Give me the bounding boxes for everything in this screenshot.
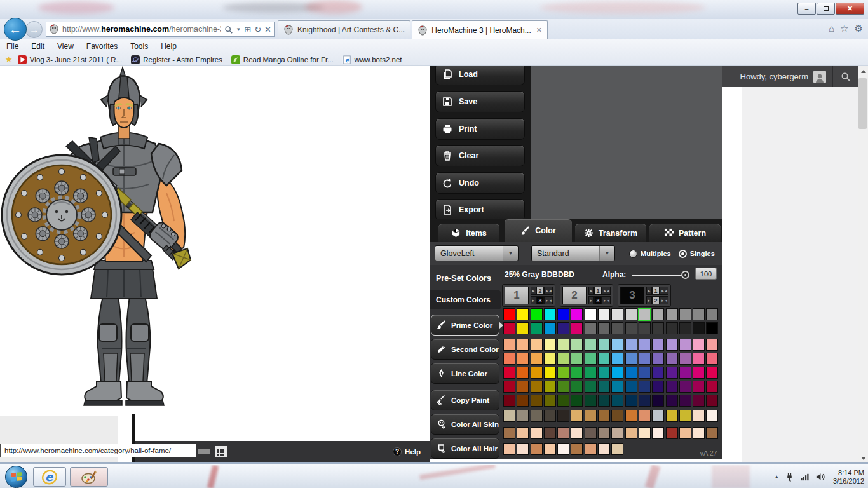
second-color-button[interactable]: Second Color: [431, 339, 499, 360]
alpha-value[interactable]: 100: [695, 268, 717, 280]
color-swatch[interactable]: [611, 410, 623, 422]
slot-target-1[interactable]: 1: [652, 287, 660, 295]
color-swatch[interactable]: [557, 322, 569, 334]
color-swatch[interactable]: [652, 367, 664, 379]
color-swatch[interactable]: [652, 410, 664, 422]
color-swatch[interactable]: [611, 427, 623, 439]
color-swatch[interactable]: [531, 381, 543, 393]
color-swatch[interactable]: [679, 322, 691, 334]
color-swatch[interactable]: [706, 410, 718, 422]
color-swatch[interactable]: [531, 308, 543, 320]
color-swatch[interactable]: [503, 353, 515, 365]
color-swatch[interactable]: [666, 322, 678, 334]
favorite-item-3[interactable]: Read Manga Online for Fr...: [231, 55, 334, 64]
color-swatch[interactable]: [693, 427, 705, 439]
color-swatch[interactable]: [557, 339, 569, 351]
home-icon[interactable]: ⌂: [829, 23, 834, 34]
favorite-item-4[interactable]: ewww.bots2.net: [342, 55, 402, 64]
color-swatch[interactable]: [571, 410, 583, 422]
color-swatch[interactable]: [517, 308, 529, 320]
browser-tab-1[interactable]: Knighthood | Art Contests & C...: [278, 20, 410, 38]
color-swatch[interactable]: [679, 367, 691, 379]
color-swatch[interactable]: [598, 308, 610, 320]
color-swatch[interactable]: [517, 381, 529, 393]
color-swatch[interactable]: [571, 443, 583, 455]
color-swatch[interactable]: [571, 353, 583, 365]
tab-transform[interactable]: Transform: [575, 224, 646, 242]
color-swatch[interactable]: [571, 427, 583, 439]
search-icon[interactable]: [224, 25, 233, 34]
color-swatch[interactable]: [544, 427, 556, 439]
color-swatch[interactable]: [503, 339, 515, 351]
color-swatch[interactable]: [625, 308, 637, 320]
copy-both-button[interactable]: ►◄: [660, 287, 668, 295]
color-swatch[interactable]: [557, 395, 569, 407]
color-swatch[interactable]: [706, 395, 718, 407]
help-button[interactable]: ? Help: [393, 447, 421, 456]
color-swatch[interactable]: [639, 367, 651, 379]
copy-arrow-button[interactable]: ►: [646, 287, 652, 295]
color-swatch[interactable]: [598, 367, 610, 379]
menu-tools[interactable]: Tools: [124, 42, 154, 51]
color-swatch[interactable]: [679, 353, 691, 365]
color-swatch[interactable]: [585, 353, 597, 365]
color-swatch[interactable]: [625, 427, 637, 439]
alpha-slider-knob[interactable]: [681, 271, 689, 279]
url-text[interactable]: http://www.heromachine.com/heromachine-3…: [62, 25, 221, 34]
menu-file[interactable]: File: [0, 42, 25, 51]
color-slot-3[interactable]: 3►1►◄►2►◄: [618, 284, 671, 307]
network-icon[interactable]: [800, 472, 810, 482]
color-swatch[interactable]: [706, 339, 718, 351]
copy-arrow-button[interactable]: ►: [588, 296, 594, 304]
color-swatch[interactable]: [585, 427, 597, 439]
color-swatch[interactable]: [666, 353, 678, 365]
alpha-slider[interactable]: [632, 274, 688, 276]
color-swatch[interactable]: [611, 367, 623, 379]
menu-favorites[interactable]: Favorites: [80, 42, 124, 51]
color-swatch[interactable]: [625, 395, 637, 407]
color-swatch[interactable]: [652, 353, 664, 365]
color-swatch[interactable]: [652, 322, 664, 334]
color-swatch[interactable]: [598, 381, 610, 393]
color-swatch[interactable]: [503, 308, 515, 320]
color-swatch[interactable]: [585, 339, 597, 351]
slot-main-1[interactable]: 1: [505, 287, 529, 304]
settings-gear-icon[interactable]: ⚙: [855, 23, 863, 34]
scrollbar-thumb[interactable]: [858, 78, 867, 129]
browser-tab-2[interactable]: HeroMachine 3 | HeroMach...✕: [412, 20, 548, 39]
color-swatch[interactable]: [693, 381, 705, 393]
color-swatch[interactable]: [679, 410, 691, 422]
color-all-skin-button[interactable]: Color All Skin: [431, 414, 499, 435]
maximize-button[interactable]: [817, 3, 835, 15]
color-swatch[interactable]: [611, 395, 623, 407]
color-swatch[interactable]: [531, 427, 543, 439]
color-swatch[interactable]: [652, 381, 664, 393]
color-swatch[interactable]: [503, 395, 515, 407]
color-swatch[interactable]: [585, 367, 597, 379]
slot-target-2[interactable]: 2: [536, 287, 544, 295]
color-swatch[interactable]: [585, 395, 597, 407]
color-swatch[interactable]: [652, 427, 664, 439]
taskbar-ie-button[interactable]: e: [33, 467, 66, 487]
copy-both-button[interactable]: ►◄: [602, 287, 611, 295]
color-swatch[interactable]: [503, 367, 515, 379]
color-swatch[interactable]: [625, 367, 637, 379]
color-swatch[interactable]: [652, 339, 664, 351]
color-swatch[interactable]: [544, 322, 556, 334]
color-swatch[interactable]: [706, 367, 718, 379]
color-swatch[interactable]: [531, 410, 543, 422]
color-swatch[interactable]: [531, 443, 543, 455]
color-swatch[interactable]: [503, 381, 515, 393]
set-dropdown[interactable]: Standard ▼: [531, 245, 615, 261]
color-swatch[interactable]: [503, 427, 515, 439]
color-swatch[interactable]: [585, 322, 597, 334]
color-swatch[interactable]: [666, 410, 678, 422]
color-swatch[interactable]: [598, 427, 610, 439]
color-swatch[interactable]: [571, 322, 583, 334]
color-swatch[interactable]: [666, 367, 678, 379]
color-swatch[interactable]: [652, 395, 664, 407]
power-icon[interactable]: [785, 472, 794, 482]
color-swatch[interactable]: [611, 322, 623, 334]
dropdown-arrow-icon[interactable]: ▼: [599, 246, 614, 261]
color-swatch[interactable]: [557, 410, 569, 422]
